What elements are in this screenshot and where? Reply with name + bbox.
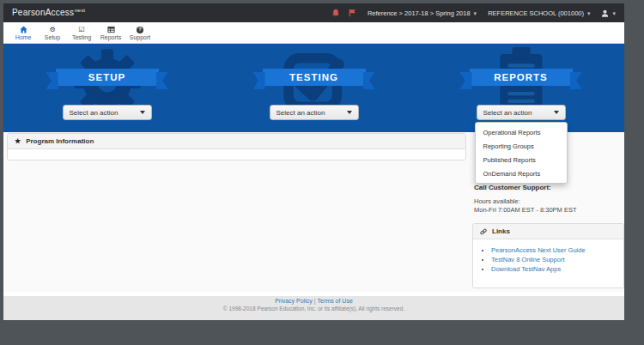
program-information-body	[8, 149, 465, 160]
list-item: TestNav 8 Online Support	[491, 255, 618, 264]
user-icon	[601, 9, 609, 17]
reports-section: REPORTS Select an action Operational Rep…	[417, 44, 624, 132]
copyright-text: © 1998-2018 Pearson Education, Inc. or i…	[3, 306, 624, 312]
setup-action-dropdown[interactable]: Select an action	[63, 105, 152, 120]
gear-icon: ⚙	[49, 26, 55, 33]
app-window: PearsonAccessnext Reference > 2017-18 > …	[3, 3, 624, 320]
chevron-down-icon: ▾	[612, 10, 616, 16]
org-menu-label: REFERENCE SCHOOL (001000)	[488, 9, 584, 17]
flag-icon[interactable]	[348, 9, 356, 17]
checkbox-icon: ☑	[78, 26, 84, 33]
star-icon: ★	[15, 138, 21, 145]
program-information-panel: ★ Program Information	[7, 133, 466, 160]
nav-item-label: Reports	[100, 34, 122, 40]
chevron-down-icon: ▾	[474, 10, 477, 16]
organization-menu[interactable]: REFERENCE SCHOOL (001000) ▾	[488, 9, 590, 17]
menu-item-reporting-groups[interactable]: Reporting Groups	[476, 139, 567, 153]
link-icon	[480, 228, 487, 235]
test-admin-scope-menu[interactable]: Reference > 2017-18 > Spring 2018 ▾	[368, 9, 477, 17]
testing-section: TESTING Select an action	[210, 44, 417, 132]
nav-item-label: Setup	[45, 34, 60, 40]
link-testnav-support[interactable]: TestNav 8 Online Support	[491, 256, 564, 263]
customer-support-block: Call Customer Support: Hours available: …	[474, 184, 576, 215]
dropdown-label: Select an action	[70, 109, 118, 117]
reports-ribbon: REPORTS	[470, 69, 573, 86]
chevron-down-icon: ▾	[587, 10, 591, 16]
nav-item-label: Testing	[72, 34, 91, 40]
menu-item-ondemand-reports[interactable]: OnDemand Reports	[476, 166, 567, 180]
reports-action-dropdown[interactable]: Select an action	[477, 105, 566, 120]
list-item: Download TestNav Apps	[491, 264, 618, 274]
menu-item-published-reports[interactable]: Published Reports	[476, 153, 567, 166]
support-hours-label: Hours available:	[474, 197, 576, 206]
page-footer: Privacy Policy|Terms of Use © 1998-2018 …	[3, 292, 624, 320]
dropdown-label: Select an action	[483, 109, 532, 117]
links-panel-body: PearsonAccess Next User Guide TestNav 8 …	[473, 239, 623, 288]
logo-sup-text: next	[75, 8, 85, 13]
nav-item-label: Home	[15, 34, 32, 40]
privacy-policy-link[interactable]: Privacy Policy	[275, 298, 313, 304]
question-icon: ?	[137, 26, 143, 33]
panel-title: Program Information	[26, 137, 94, 145]
main-nav: Home ⚙ Setup ☑ Testing Reports ? Support	[3, 22, 624, 44]
panel-title: Links	[492, 227, 510, 235]
testing-ribbon: TESTING	[263, 69, 366, 86]
footer-links: Privacy Policy|Terms of Use	[3, 298, 624, 304]
nav-item-testing[interactable]: ☑ Testing	[67, 26, 96, 40]
nav-item-reports[interactable]: Reports	[96, 26, 125, 40]
menu-item-operational-reports[interactable]: Operational Reports	[476, 125, 567, 139]
home-icon	[20, 26, 27, 33]
setup-section: SETUP Select an action	[3, 44, 210, 132]
nav-item-label: Support	[130, 34, 151, 40]
chevron-down-icon	[554, 111, 559, 114]
nav-item-home[interactable]: Home	[9, 26, 38, 40]
dashboard-banner: SETUP Select an action TESTING Select an…	[3, 44, 624, 132]
links-panel-header[interactable]: Links	[473, 224, 623, 239]
top-bar: PearsonAccessnext Reference > 2017-18 > …	[3, 3, 624, 22]
nav-item-support[interactable]: ? Support	[125, 26, 155, 40]
reports-action-menu: Operational Reports Reporting Groups Pub…	[475, 122, 568, 184]
bell-icon[interactable]	[331, 9, 340, 17]
link-download-testnav[interactable]: Download TestNav Apps	[491, 265, 561, 273]
chevron-down-icon	[347, 111, 352, 114]
support-heading: Call Customer Support:	[474, 184, 576, 191]
nav-item-setup[interactable]: ⚙ Setup	[38, 26, 67, 40]
pearsonaccess-logo: PearsonAccessnext	[12, 8, 85, 17]
terms-of-use-link[interactable]: Terms of Use	[318, 298, 353, 304]
list-item: PearsonAccess Next User Guide	[491, 245, 618, 255]
scope-menu-label: Reference > 2017-18 > Spring 2018	[368, 9, 471, 17]
table-icon	[107, 26, 115, 33]
chevron-down-icon	[140, 111, 145, 114]
setup-ribbon: SETUP	[56, 69, 159, 86]
testing-action-dropdown[interactable]: Select an action	[270, 105, 359, 120]
dropdown-label: Select an action	[276, 109, 325, 117]
logo-text: PearsonAccess	[12, 9, 74, 18]
program-information-header[interactable]: ★ Program Information	[8, 134, 465, 149]
support-hours-value: Mon-Fri 7:00AM EST - 8:30PM EST	[474, 206, 576, 215]
footer-separator: |	[314, 298, 316, 304]
links-panel: Links PearsonAccess Next User Guide Test…	[472, 223, 624, 288]
user-account-menu[interactable]: ▾	[601, 9, 616, 17]
link-user-guide[interactable]: PearsonAccess Next User Guide	[491, 246, 586, 254]
